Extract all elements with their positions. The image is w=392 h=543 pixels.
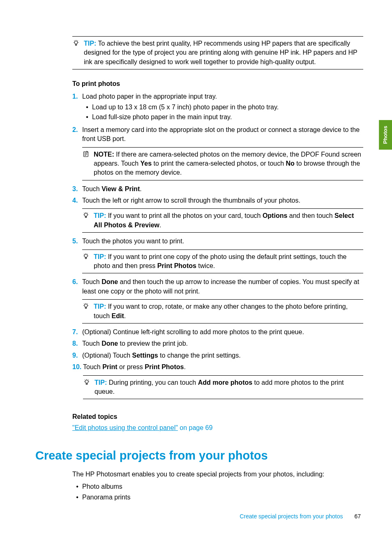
- step-number: 2.: [72, 125, 82, 182]
- note-icon: [82, 150, 92, 160]
- list-item: •Load full-size photo paper in the main …: [82, 113, 363, 122]
- svg-point-11: [84, 213, 88, 217]
- lightbulb-icon: [82, 212, 92, 222]
- svg-point-32: [85, 380, 88, 383]
- svg-rect-31: [85, 307, 87, 308]
- tip-callout: TIP: If you want to crop, rotate, or mak…: [82, 299, 363, 323]
- tip-text: TIP: If you want to crop, rotate, or mak…: [94, 302, 363, 321]
- step-number: 10.: [72, 363, 83, 401]
- sub-bullet-text: Load up to 13 x 18 cm (5 x 7 inch) photo…: [92, 103, 279, 112]
- step-number: 5.: [72, 237, 82, 275]
- footer: Create special projects from your photos…: [240, 513, 361, 521]
- svg-line-22: [84, 254, 85, 254]
- list-item: •Photo albums: [72, 482, 363, 491]
- tip-label: TIP:: [94, 303, 106, 310]
- svg-rect-6: [76, 44, 77, 45]
- bullet-text: Panorama prints: [82, 493, 130, 502]
- instruction-list: 1. Load photo paper in the appropriate i…: [72, 92, 363, 401]
- bullet-icon: •: [72, 493, 82, 502]
- related-link-suffix: on page 69: [178, 424, 213, 431]
- step-7-text: (Optional) Continue left-right scrolling…: [82, 328, 304, 335]
- svg-point-0: [74, 41, 78, 44]
- tip-label: TIP:: [84, 40, 96, 47]
- step-number: 1.: [72, 92, 82, 123]
- tip-text: TIP: If you want to print one copy of th…: [94, 252, 363, 271]
- footer-page-number: 67: [354, 513, 361, 520]
- bullet-icon: •: [82, 103, 92, 112]
- svg-line-23: [87, 254, 88, 254]
- svg-point-18: [84, 254, 88, 257]
- note-callout: NOTE: If there are camera-selected photo…: [82, 147, 363, 180]
- note-text: NOTE: If there are camera-selected photo…: [94, 150, 363, 178]
- tip-callout-top: TIP: To achieve the best print quality, …: [72, 36, 363, 69]
- svg-line-4: [74, 41, 75, 41]
- footer-title: Create special projects from your photos: [240, 513, 343, 520]
- step-number: 4.: [72, 196, 82, 234]
- procedure-title: To print photos: [72, 79, 363, 88]
- bullet-icon: •: [82, 113, 92, 122]
- main-heading: Create special projects from your photos: [35, 447, 363, 464]
- step-10: 10. Touch Print or press Print Photos. T…: [72, 363, 363, 401]
- tip-callout: TIP: If you want to print one copy of th…: [82, 250, 363, 274]
- step-1-text: Load photo paper in the appropriate inpu…: [82, 93, 217, 100]
- page-content: TIP: To achieve the best print quality, …: [0, 0, 392, 529]
- step-number: 9.: [72, 351, 82, 360]
- svg-rect-24: [85, 257, 87, 259]
- lightbulb-icon: [83, 379, 93, 388]
- svg-rect-38: [86, 383, 88, 384]
- step-number: 6.: [72, 277, 82, 325]
- related-link-row: "Edit photos using the control panel" on…: [72, 423, 363, 432]
- list-item: •Panorama prints: [72, 493, 363, 502]
- step-2-text: Insert a memory card into the appropriat…: [82, 126, 360, 142]
- note-label: NOTE:: [94, 151, 114, 158]
- step-1-sublist: •Load up to 13 x 18 cm (5 x 7 inch) phot…: [82, 103, 363, 122]
- step-6: 6. Touch Done and then touch the up arro…: [72, 277, 363, 325]
- svg-line-16: [87, 213, 88, 213]
- step-number: 3.: [72, 185, 82, 194]
- project-list: •Photo albums •Panorama prints: [72, 482, 363, 502]
- step-8: 8. Touch Done to preview the print job.: [72, 339, 363, 348]
- svg-rect-17: [85, 217, 87, 218]
- step-1: 1. Load photo paper in the appropriate i…: [72, 92, 363, 123]
- step-number: 8.: [72, 339, 82, 348]
- tip-top-body: To achieve the best print quality, HP re…: [84, 40, 357, 65]
- svg-line-36: [85, 380, 85, 380]
- svg-line-5: [77, 41, 78, 41]
- tip-text: TIP: During printing, you can touch Add …: [95, 378, 363, 397]
- lightbulb-icon: [72, 39, 82, 49]
- tip-callout: TIP: During printing, you can touch Add …: [83, 375, 363, 400]
- bullet-text: Photo albums: [82, 482, 122, 491]
- tip-top-text: TIP: To achieve the best print quality, …: [84, 39, 363, 67]
- tip-text: TIP: If you want to print all the photos…: [94, 211, 363, 230]
- step-9: 9. (Optional) Touch Settings to change t…: [72, 351, 363, 360]
- svg-line-30: [87, 304, 88, 304]
- svg-line-15: [84, 213, 85, 213]
- intro-text: The HP Photosmart enables you to create …: [72, 470, 363, 479]
- lightbulb-icon: [82, 253, 92, 263]
- lightbulb-icon: [82, 303, 92, 312]
- related-topics-heading: Related topics: [72, 412, 363, 421]
- svg-line-37: [88, 380, 88, 380]
- step-4-text: Touch the left or right arrow to scroll …: [82, 197, 300, 204]
- tip-label: TIP:: [95, 379, 107, 386]
- tip-callout: TIP: If you want to print all the photos…: [82, 208, 363, 233]
- sub-bullet-text: Load full-size photo paper in the main i…: [92, 113, 232, 122]
- tip-label: TIP:: [94, 253, 106, 260]
- step-2: 2. Insert a memory card into the appropr…: [72, 125, 363, 182]
- bullet-icon: •: [72, 482, 82, 491]
- step-4: 4. Touch the left or right arrow to scro…: [72, 196, 363, 234]
- list-item: •Load up to 13 x 18 cm (5 x 7 inch) phot…: [82, 103, 363, 112]
- step-number: 7.: [72, 328, 82, 337]
- step-3: 3. Touch View & Print.: [72, 185, 363, 194]
- step-5-text: Touch the photos you want to print.: [82, 238, 184, 245]
- related-link[interactable]: "Edit photos using the control panel": [72, 424, 178, 431]
- step-5: 5. Touch the photos you want to print. T…: [72, 237, 363, 275]
- step-7: 7. (Optional) Continue left-right scroll…: [72, 328, 363, 337]
- svg-point-25: [84, 304, 88, 307]
- tip-label: TIP:: [94, 212, 106, 219]
- svg-line-29: [84, 304, 85, 304]
